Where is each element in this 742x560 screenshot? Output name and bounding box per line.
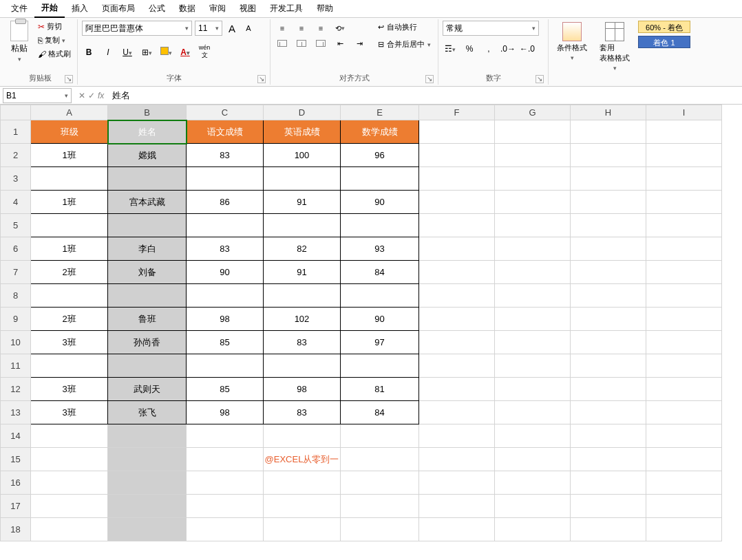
column-header-F[interactable]: F — [419, 105, 495, 120]
increase-indent-button[interactable]: ⇥ — [352, 36, 367, 51]
cell-G11[interactable] — [495, 354, 571, 378]
cell-A8[interactable] — [31, 284, 108, 308]
cell-I4[interactable] — [646, 191, 722, 214]
select-all-corner[interactable] — [1, 105, 31, 120]
merge-cells-button[interactable]: ⊟合并后居中▾ — [375, 38, 434, 51]
cell-E10[interactable]: 97 — [341, 331, 419, 354]
menu-item-2[interactable]: 插入 — [65, 0, 95, 17]
column-header-G[interactable]: G — [495, 105, 571, 120]
cell-E16[interactable] — [341, 471, 419, 495]
row-header-3[interactable]: 3 — [1, 167, 31, 191]
cell-I3[interactable] — [646, 167, 722, 191]
row-header-6[interactable]: 6 — [1, 237, 31, 261]
cell-G2[interactable] — [495, 144, 571, 167]
cell-I17[interactable] — [646, 495, 722, 518]
cell-G8[interactable] — [495, 284, 571, 308]
style-swatch-1[interactable]: 60% - 着色 — [638, 21, 690, 33]
cell-C9[interactable]: 98 — [187, 308, 264, 331]
cell-H9[interactable] — [571, 308, 646, 331]
cell-D7[interactable]: 91 — [264, 261, 341, 284]
cell-E9[interactable]: 90 — [341, 308, 419, 331]
cell-A12[interactable]: 3班 — [31, 378, 108, 401]
cell-I6[interactable] — [646, 237, 722, 261]
row-header-9[interactable]: 9 — [1, 308, 31, 331]
cell-B5[interactable] — [108, 214, 187, 237]
column-header-B[interactable]: B — [108, 105, 187, 120]
cell-F12[interactable] — [419, 378, 495, 401]
cell-E15[interactable] — [341, 448, 419, 471]
dialog-launcher[interactable]: ↘ — [425, 75, 434, 83]
cell-B14[interactable] — [108, 424, 187, 448]
menu-item-6[interactable]: 审阅 — [202, 0, 233, 17]
cell-A2[interactable]: 1班 — [31, 144, 108, 167]
cell-I11[interactable] — [646, 354, 722, 378]
cell-I7[interactable] — [646, 261, 722, 284]
row-header-4[interactable]: 4 — [1, 191, 31, 214]
cell-I18[interactable] — [646, 518, 722, 541]
column-header-E[interactable]: E — [341, 105, 419, 120]
cell-C2[interactable]: 83 — [187, 144, 264, 167]
cell-F6[interactable] — [419, 237, 495, 261]
cell-D9[interactable]: 102 — [264, 308, 341, 331]
cell-F1[interactable] — [419, 120, 495, 144]
cell-F17[interactable] — [419, 495, 495, 518]
cell-B11[interactable] — [108, 354, 187, 378]
cell-F3[interactable] — [419, 167, 495, 191]
menu-item-0[interactable]: 文件 — [4, 0, 34, 17]
underline-button[interactable]: U▾ — [120, 47, 134, 57]
font-size-select[interactable]: 11▾ — [195, 21, 222, 36]
row-header-14[interactable]: 14 — [1, 424, 31, 448]
cell-C18[interactable] — [187, 518, 264, 541]
cell-F14[interactable] — [419, 424, 495, 448]
cell-E14[interactable] — [341, 424, 419, 448]
cell-E3[interactable] — [341, 167, 419, 191]
cell-B18[interactable] — [108, 518, 187, 541]
cell-I2[interactable] — [646, 144, 722, 167]
menu-item-5[interactable]: 数据 — [172, 0, 202, 17]
format-painter-button[interactable]: 格式刷 — [36, 48, 73, 60]
align-center-button[interactable] — [294, 36, 309, 51]
row-header-15[interactable]: 15 — [1, 448, 31, 471]
name-box[interactable]: B1▾ — [3, 88, 72, 103]
cell-H12[interactable] — [571, 378, 646, 401]
cell-B13[interactable]: 张飞 — [108, 401, 187, 424]
cell-G6[interactable] — [495, 237, 571, 261]
increase-font-button[interactable]: A — [225, 23, 239, 34]
cell-A3[interactable] — [31, 167, 108, 191]
cell-I5[interactable] — [646, 214, 722, 237]
cell-H1[interactable] — [571, 120, 646, 144]
cell-F18[interactable] — [419, 518, 495, 541]
menu-item-7[interactable]: 视图 — [233, 0, 263, 17]
cancel-icon[interactable]: ✕ — [78, 91, 85, 100]
decrease-font-button[interactable]: A — [242, 24, 255, 32]
cell-E7[interactable]: 84 — [341, 261, 419, 284]
paste-button[interactable]: 粘贴 ▾ — [7, 21, 32, 63]
dialog-launcher[interactable]: ↘ — [536, 75, 544, 83]
cell-D8[interactable] — [264, 284, 341, 308]
cell-F13[interactable] — [419, 401, 495, 424]
cell-I16[interactable] — [646, 471, 722, 495]
confirm-icon[interactable]: ✓ — [88, 91, 95, 100]
cell-H5[interactable] — [571, 214, 646, 237]
cell-E12[interactable]: 81 — [341, 378, 419, 401]
cell-D15[interactable]: @EXCEL从零到一 — [264, 448, 341, 471]
row-header-5[interactable]: 5 — [1, 214, 31, 237]
cell-D16[interactable] — [264, 471, 341, 495]
cell-G18[interactable] — [495, 518, 571, 541]
cell-A11[interactable] — [31, 354, 108, 378]
cell-G13[interactable] — [495, 401, 571, 424]
cell-E13[interactable]: 84 — [341, 401, 419, 424]
wrap-text-button[interactable]: ↩自动换行 — [375, 21, 434, 34]
cell-D12[interactable]: 98 — [264, 378, 341, 401]
fx-icon[interactable]: fx — [98, 91, 104, 100]
menu-item-8[interactable]: 开发工具 — [263, 0, 310, 17]
cell-B12[interactable]: 武则天 — [108, 378, 187, 401]
conditional-format-button[interactable]: 条件格式▾ — [553, 21, 591, 63]
cut-button[interactable]: 剪切 — [36, 21, 73, 32]
cell-D18[interactable] — [264, 518, 341, 541]
cell-G5[interactable] — [495, 214, 571, 237]
cell-A10[interactable]: 3班 — [31, 331, 108, 354]
cell-C13[interactable]: 98 — [187, 401, 264, 424]
cell-G9[interactable] — [495, 308, 571, 331]
cell-E4[interactable]: 90 — [341, 191, 419, 214]
